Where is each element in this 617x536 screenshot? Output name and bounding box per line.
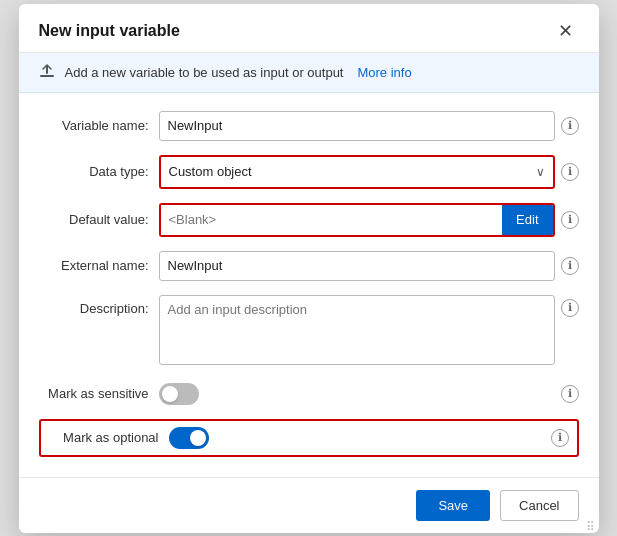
banner-text: Add a new variable to be used as input o…: [65, 65, 344, 80]
cancel-button[interactable]: Cancel: [500, 490, 578, 521]
default-value-row: Default value: Edit ℹ: [39, 203, 579, 237]
default-value-wrapper: Edit: [159, 203, 555, 237]
data-type-select[interactable]: Custom object Text Number Boolean Date L…: [161, 157, 553, 187]
new-input-variable-dialog: New input variable ✕ Add a new variable …: [19, 4, 599, 533]
close-button[interactable]: ✕: [552, 20, 579, 42]
data-type-select-wrapper: Custom object Text Number Boolean Date L…: [159, 155, 555, 189]
default-value-label: Default value:: [39, 212, 149, 227]
description-label: Description:: [39, 295, 149, 316]
default-value-info-icon[interactable]: ℹ: [561, 211, 579, 229]
mark-sensitive-field: ℹ: [159, 383, 579, 405]
dialog-body: Variable name: ℹ Data type: Custom objec…: [19, 93, 599, 477]
external-name-label: External name:: [39, 258, 149, 273]
more-info-link[interactable]: More info: [357, 65, 411, 80]
edit-button[interactable]: Edit: [502, 205, 552, 235]
svg-rect-0: [40, 75, 54, 77]
data-type-field: Custom object Text Number Boolean Date L…: [159, 155, 579, 189]
optional-toggle-thumb: [190, 430, 206, 446]
optional-label-area: Mark as optional: [49, 430, 159, 445]
external-name-input[interactable]: [159, 251, 555, 281]
mark-optional-field: ℹ: [169, 427, 569, 449]
variable-name-field: ℹ: [159, 111, 579, 141]
data-type-row: Data type: Custom object Text Number Boo…: [39, 155, 579, 189]
data-type-label: Data type:: [39, 164, 149, 179]
description-field: ℹ: [159, 295, 579, 365]
variable-name-label: Variable name:: [39, 118, 149, 133]
mark-sensitive-info-icon[interactable]: ℹ: [561, 385, 579, 403]
toggle-thumb: [162, 386, 178, 402]
external-name-row: External name: ℹ: [39, 251, 579, 281]
mark-sensitive-label: Mark as sensitive: [39, 386, 149, 401]
default-value-input[interactable]: [161, 205, 503, 235]
mark-sensitive-row: Mark as sensitive ℹ: [39, 379, 579, 409]
dialog-footer: Save Cancel: [19, 477, 599, 533]
description-textarea[interactable]: [159, 295, 555, 365]
mark-optional-label: Mark as optional: [63, 430, 158, 445]
save-button[interactable]: Save: [416, 490, 490, 521]
description-info-icon[interactable]: ℹ: [561, 299, 579, 317]
default-value-field: Edit ℹ: [159, 203, 579, 237]
mark-optional-info-icon[interactable]: ℹ: [551, 429, 569, 447]
info-banner: Add a new variable to be used as input o…: [19, 53, 599, 93]
mark-optional-row: Mark as optional ℹ: [39, 419, 579, 457]
data-type-info-icon[interactable]: ℹ: [561, 163, 579, 181]
mark-sensitive-toggle[interactable]: [159, 383, 199, 405]
external-name-field: ℹ: [159, 251, 579, 281]
variable-name-input[interactable]: [159, 111, 555, 141]
resize-handle[interactable]: ⠿: [586, 520, 596, 530]
dialog-title: New input variable: [39, 22, 180, 40]
description-row: Description: ℹ: [39, 295, 579, 365]
dialog-header: New input variable ✕: [19, 4, 599, 53]
variable-name-row: Variable name: ℹ: [39, 111, 579, 141]
external-name-info-icon[interactable]: ℹ: [561, 257, 579, 275]
upload-icon: [39, 63, 55, 82]
variable-name-info-icon[interactable]: ℹ: [561, 117, 579, 135]
mark-optional-toggle[interactable]: [169, 427, 209, 449]
